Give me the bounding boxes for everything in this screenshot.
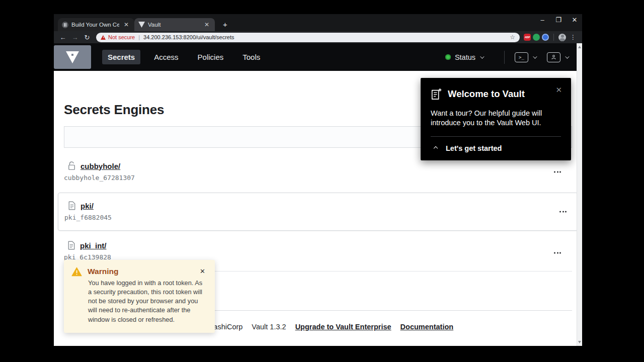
tab-close-icon[interactable]: ✕ — [203, 21, 211, 28]
tab-vault[interactable]: Vault ✕ — [134, 18, 215, 31]
tab-strip: Build Your Own Certificate Autho ✕ Vault… — [54, 14, 582, 31]
engine-list: cubbyhole/ cubbyhole_67281307 pki/ — [64, 155, 572, 272]
engine-link-cubbyhole[interactable]: cubbyhole/ — [80, 162, 120, 170]
close-icon[interactable]: ✕ — [553, 84, 564, 96]
status-menu[interactable]: Status — [445, 53, 483, 61]
unlock-icon — [67, 161, 76, 170]
browser-window: Build Your Own Certificate Autho ✕ Vault… — [54, 14, 582, 346]
minimize-button[interactable]: – — [538, 16, 547, 24]
close-icon[interactable]: ✕ — [198, 267, 207, 276]
footer-version: Vault 1.3.2 — [252, 323, 286, 331]
browser-toolbar: ← → ↻ Not secure | 34.200.236.153:8200/u… — [54, 31, 582, 43]
tab-close-icon[interactable]: ✕ — [122, 21, 130, 28]
profile-avatar[interactable] — [558, 34, 566, 41]
new-tab-button[interactable]: + — [220, 20, 230, 29]
root-token-warning-toast: Warning ✕ You have logged in with a root… — [64, 260, 215, 333]
not-secure-warning-icon — [101, 35, 106, 40]
row-menu-icon[interactable] — [557, 209, 569, 215]
back-icon[interactable]: ← — [58, 34, 68, 41]
engine-id: cubbyhole_67281307 — [64, 174, 572, 182]
document-icon — [68, 201, 76, 210]
vault-header: Secrets Access Policies Tools Status >_ — [54, 43, 582, 71]
nav-access[interactable]: Access — [148, 50, 184, 64]
page-viewport: Secrets Access Policies Tools Status >_ — [54, 43, 582, 346]
chevron-up-icon — [434, 146, 438, 150]
welcome-body: Want a tour? Our helpful guide will intr… — [431, 109, 561, 128]
chevron-down-icon — [533, 54, 537, 58]
tab-title: Build Your Own Certificate Autho — [71, 22, 119, 28]
page-scrollbar[interactable] — [577, 43, 582, 346]
cta-label: Let's get started — [446, 144, 502, 152]
tab-certificate-article[interactable]: Build Your Own Certificate Autho ✕ — [58, 18, 134, 31]
browser-menu-icon[interactable]: ⋮ — [568, 34, 578, 41]
not-secure-label[interactable]: Not secure — [108, 34, 135, 40]
vault-logo[interactable] — [54, 45, 91, 69]
omnibox-separator: | — [138, 34, 140, 40]
toolbar-divider — [553, 34, 554, 41]
status-label: Status — [455, 53, 475, 61]
row-menu-icon[interactable] — [552, 169, 563, 175]
status-ok-icon — [445, 54, 451, 60]
green-extension-icon[interactable] — [533, 34, 540, 41]
nav-secrets[interactable]: Secrets — [102, 50, 140, 64]
lets-get-started-button[interactable]: Let's get started — [431, 144, 561, 152]
blue-extension-icon[interactable] — [542, 34, 549, 41]
window-controls: – ❐ ✕ — [538, 16, 579, 24]
user-menu[interactable] — [547, 52, 568, 62]
chevron-down-icon — [480, 54, 484, 58]
reload-icon[interactable]: ↻ — [82, 34, 92, 41]
bookmark-star-icon[interactable]: ☆ — [510, 34, 515, 41]
chevron-down-icon — [565, 54, 569, 58]
row-menu-icon[interactable] — [552, 250, 563, 256]
tab-title: Vault — [148, 22, 200, 28]
upgrade-link[interactable]: Upgrade to Vault Enterprise — [295, 323, 391, 331]
engine-row-pki: pki/ pki_f6882045 — [58, 193, 578, 231]
document-icon — [67, 241, 75, 250]
warning-title: Warning — [88, 267, 192, 276]
address-bar[interactable]: Not secure | 34.200.236.153:8200/ui/vaul… — [96, 33, 520, 42]
engine-link-pki[interactable]: pki/ — [80, 202, 94, 210]
welcome-popup: Welcome to Vault ✕ Want a tour? Our help… — [421, 78, 571, 160]
warning-triangle-icon — [71, 267, 82, 277]
welcome-divider — [431, 136, 561, 137]
adblock-extension-icon[interactable]: ABP — [524, 34, 531, 41]
header-right: Status >_ — [445, 51, 568, 64]
documentation-link[interactable]: Documentation — [400, 323, 454, 331]
welcome-title: Welcome to Vault — [448, 88, 548, 100]
maximize-button[interactable]: ❐ — [554, 16, 563, 24]
vault-logo-icon — [66, 51, 79, 63]
scroll-down-icon[interactable] — [578, 341, 581, 343]
nav-tools[interactable]: Tools — [237, 50, 266, 64]
header-divider — [504, 51, 505, 64]
warning-body: You have logged in with a root token. As… — [88, 279, 207, 324]
site-favicon-icon — [62, 22, 68, 28]
engine-link-pki-int[interactable]: pki_int/ — [80, 241, 107, 250]
engine-id: pki_f6882045 — [64, 214, 572, 221]
guide-document-icon — [431, 87, 443, 101]
terminal-icon: >_ — [515, 52, 528, 62]
vault-favicon-icon — [138, 22, 145, 28]
url-text[interactable]: 34.200.236.153:8200/ui/vault/secrets — [143, 34, 507, 40]
engine-row-cubbyhole: cubbyhole/ cubbyhole_67281307 — [64, 155, 572, 189]
console-menu[interactable]: >_ — [515, 52, 536, 62]
forward-icon[interactable]: → — [70, 34, 80, 41]
nav-policies[interactable]: Policies — [192, 50, 229, 64]
close-button[interactable]: ✕ — [570, 16, 579, 24]
scroll-up-icon[interactable] — [578, 46, 581, 48]
person-icon — [547, 52, 560, 62]
vault-nav: Secrets Access Policies Tools — [102, 50, 266, 64]
